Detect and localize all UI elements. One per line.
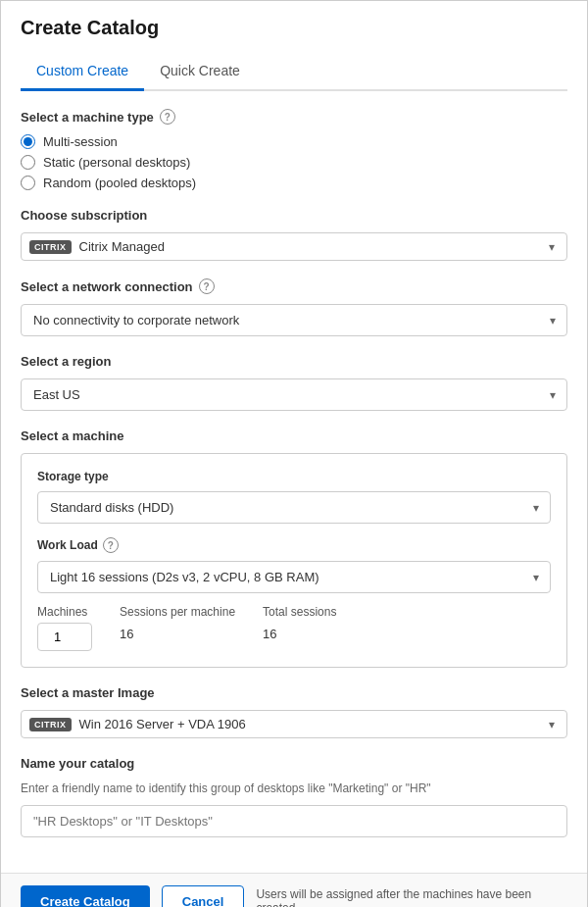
region-select[interactable]: East US: [21, 378, 567, 411]
subscription-section: Choose subscription CITRIX Citrix Manage…: [21, 208, 567, 261]
catalog-name-input[interactable]: [21, 805, 567, 837]
master-image-value: Win 2016 Server + VDA 1906: [79, 717, 531, 731]
machine-type-radio-group: Multi-session Static (personal desktops)…: [21, 134, 567, 190]
master-image-section: Select a master Image CITRIX Win 2016 Se…: [21, 685, 567, 738]
network-section: Select a network connection ? No connect…: [21, 278, 567, 336]
cancel-button[interactable]: Cancel: [162, 885, 245, 907]
machines-input[interactable]: [37, 623, 92, 651]
sessions-per-machine-header: Sessions per machine: [120, 605, 235, 619]
content-area: Select a machine type ? Multi-session St…: [1, 91, 587, 873]
radio-static-input[interactable]: [21, 155, 35, 170]
sessions-per-machine-field: Sessions per machine 16: [120, 605, 235, 641]
storage-type-select-wrapper: Standard disks (HDD) ▾: [37, 491, 551, 524]
select-machine-label: Select a machine: [21, 428, 567, 443]
tab-quick-create[interactable]: Quick Create: [144, 53, 256, 91]
subscription-select-wrapper: CITRIX Citrix Managed ▾: [21, 232, 567, 261]
storage-type-select[interactable]: Standard disks (HDD): [37, 491, 551, 524]
network-select[interactable]: No connectivity to corporate network: [21, 304, 567, 336]
storage-type-field: Storage type Standard disks (HDD) ▾: [37, 470, 551, 524]
machines-field: Machines: [37, 605, 92, 651]
total-sessions-field: Total sessions 16: [263, 605, 336, 641]
footer-note: Users will be assigned after the machine…: [256, 887, 567, 907]
tab-custom-create[interactable]: Custom Create: [21, 53, 144, 91]
network-select-wrapper: No connectivity to corporate network ▾: [21, 304, 567, 336]
radio-static[interactable]: Static (personal desktops): [21, 155, 567, 170]
total-sessions-value: 16: [263, 623, 336, 641]
master-image-chevron-icon: ▾: [549, 718, 555, 731]
machines-header: Machines: [37, 605, 92, 619]
machine-counts-row: Machines Sessions per machine 16 Total s…: [37, 605, 551, 651]
workload-help-icon[interactable]: ?: [103, 537, 119, 553]
workload-select[interactable]: Light 16 sessions (D2s v3, 2 vCPU, 8 GB …: [37, 561, 551, 593]
catalog-name-section: Name your catalog Enter a friendly name …: [21, 756, 567, 837]
workload-field: Work Load ? Light 16 sessions (D2s v3, 2…: [37, 537, 551, 593]
radio-multi-session-input[interactable]: [21, 134, 35, 149]
catalog-name-hint: Enter a friendly name to identify this g…: [21, 781, 567, 797]
machine-type-label: Select a machine type ?: [21, 109, 567, 125]
network-label: Select a network connection ?: [21, 278, 567, 294]
page-header: Create Catalog Custom Create Quick Creat…: [1, 1, 587, 91]
footer-bar: Create Catalog Cancel Users will be assi…: [1, 873, 587, 907]
workload-label: Work Load ?: [37, 537, 551, 553]
region-section: Select a region East US ▾: [21, 354, 567, 411]
network-help-icon[interactable]: ?: [199, 278, 215, 294]
tabs-row: Custom Create Quick Create: [21, 53, 567, 91]
sessions-per-machine-value: 16: [120, 623, 235, 641]
catalog-name-label: Name your catalog: [21, 756, 567, 771]
radio-multi-session[interactable]: Multi-session: [21, 134, 567, 149]
radio-random-input[interactable]: [21, 176, 35, 190]
master-image-select-wrapper: CITRIX Win 2016 Server + VDA 1906 ▾: [21, 710, 567, 738]
page-title: Create Catalog: [21, 17, 567, 39]
machine-type-help-icon[interactable]: ?: [160, 109, 175, 125]
subscription-value: Citrix Managed: [79, 239, 531, 254]
master-image-label: Select a master Image: [21, 685, 567, 700]
region-label: Select a region: [21, 354, 567, 369]
subscription-label: Choose subscription: [21, 208, 567, 223]
storage-type-label: Storage type: [37, 470, 551, 483]
master-image-citrix-badge: CITRIX: [29, 718, 72, 731]
subscription-citrix-badge: CITRIX: [29, 240, 72, 254]
create-catalog-button[interactable]: Create Catalog: [21, 885, 150, 907]
workload-select-wrapper: Light 16 sessions (D2s v3, 2 vCPU, 8 GB …: [37, 561, 551, 593]
select-machine-section: Select a machine Storage type Standard d…: [21, 428, 567, 668]
radio-random[interactable]: Random (pooled desktops): [21, 176, 567, 190]
machine-box: Storage type Standard disks (HDD) ▾ Work…: [21, 453, 567, 668]
region-select-wrapper: East US ▾: [21, 378, 567, 411]
subscription-chevron-icon: ▾: [549, 240, 555, 254]
machine-type-section: Select a machine type ? Multi-session St…: [21, 109, 567, 190]
subscription-select[interactable]: CITRIX Citrix Managed ▾: [21, 232, 567, 261]
master-image-select[interactable]: CITRIX Win 2016 Server + VDA 1906 ▾: [21, 710, 567, 738]
total-sessions-header: Total sessions: [263, 605, 336, 619]
